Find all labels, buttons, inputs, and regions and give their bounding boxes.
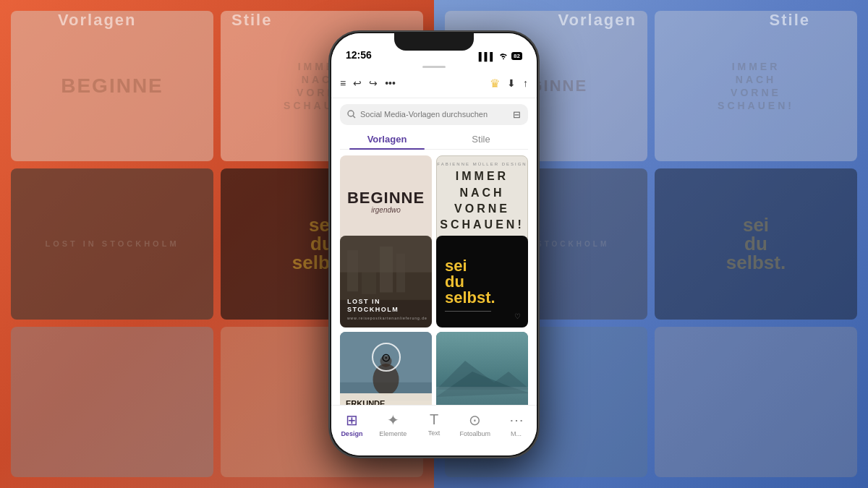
- phone-notch: [394, 33, 474, 51]
- toolbar-left: ≡ ↩ ↪ •••: [340, 77, 396, 89]
- redo-icon[interactable]: ↪: [369, 77, 378, 89]
- text-icon: T: [430, 411, 438, 428]
- fotoalbum-icon: ⊙: [469, 411, 481, 429]
- bg-header-vorlagen-left: Vorlagen: [58, 11, 137, 30]
- search-input[interactable]: [360, 110, 509, 119]
- card-beginne-sub: irgendwo: [371, 206, 401, 214]
- more-nav-icon: ⋯: [509, 411, 524, 429]
- menu-icon[interactable]: ≡: [340, 77, 346, 89]
- elemente-icon: ✦: [387, 411, 399, 429]
- card-erkunde-circle-icon: ⊙: [381, 351, 391, 364]
- template-card-sei[interactable]: sei du selbst. ♡: [436, 236, 528, 328]
- bg-header-stile-left: Stile: [231, 11, 272, 30]
- card-immer-text: IMMER NACH VORNE SCHAUEN!: [440, 168, 524, 234]
- template-card-immer[interactable]: FABIENNE MÜLLER DESIGN IMMER NACH VORNE …: [436, 155, 528, 247]
- more-label: M...: [511, 430, 522, 437]
- download-icon[interactable]: ⬇: [507, 77, 516, 89]
- immer-line3: VORNE: [454, 202, 510, 215]
- phone-container: 12:56 ▌▌▌ 82 ≡ ↩: [329, 31, 539, 458]
- search-icon: [347, 110, 356, 119]
- card-sei-line3: selbst.: [445, 290, 495, 306]
- app-toolbar: ≡ ↩ ↪ ••• ♛ ⬇ ↑: [331, 69, 537, 98]
- immer-line1: IMMER: [456, 170, 509, 182]
- tabs-bar: Vorlagen Stile: [340, 129, 528, 149]
- card-beginne-title: BEGINNE: [347, 189, 425, 207]
- template-grid: BEGINNE irgendwo FABIENNE MÜLLER DESIGN …: [331, 150, 537, 413]
- phone-frame: 12:56 ▌▌▌ 82 ≡ ↩: [329, 31, 539, 458]
- card-lost-content: LOST IN STOCKHOLM www.reisepostkartenanl…: [347, 298, 427, 320]
- design-icon: ⊞: [346, 411, 358, 429]
- share-icon[interactable]: ↑: [523, 77, 528, 89]
- battery-badge: 82: [511, 52, 522, 60]
- wifi-icon: [498, 52, 509, 61]
- filter-icon[interactable]: ⊟: [513, 109, 521, 120]
- undo-icon[interactable]: ↩: [353, 77, 362, 89]
- template-card-beginne[interactable]: BEGINNE irgendwo: [340, 155, 432, 247]
- nav-elemente[interactable]: ✦ Elemente: [377, 411, 409, 437]
- signal-icon: ▌▌▌: [479, 52, 495, 61]
- card-lost-title: LOST IN STOCKHOLM: [347, 298, 427, 314]
- more-icon[interactable]: •••: [385, 77, 396, 89]
- immer-line2: NACH: [459, 187, 504, 199]
- card-sei-heart: ♡: [514, 312, 521, 320]
- nav-fotoalbum[interactable]: ⊙ Fotoalbum: [459, 411, 491, 437]
- template-card-balance[interactable]: FIND YOUR balance: [436, 332, 528, 413]
- card-sei-content: sei du selbst.: [445, 258, 495, 306]
- template-card-lost[interactable]: LOST IN STOCKHOLM www.reisepostkartenanl…: [340, 236, 432, 328]
- card-immer-top: FABIENNE MÜLLER DESIGN: [437, 162, 527, 166]
- tab-vorlagen[interactable]: Vorlagen: [340, 129, 434, 149]
- bg-immer-right: IMMERNACHVORNESCHAUEN!: [718, 60, 794, 113]
- bg-beginne-left: BEGINNE: [61, 74, 163, 98]
- bottom-nav: ⊞ Design ✦ Elemente T Text ⊙ Fotoalbum ⋯: [331, 405, 537, 455]
- design-label: Design: [341, 430, 362, 437]
- status-icons: ▌▌▌ 82: [479, 52, 522, 61]
- svg-rect-6: [362, 257, 376, 294]
- svg-rect-5: [347, 250, 358, 291]
- bg-sei-right: seiduselbst.: [726, 215, 786, 272]
- immer-line4: SCHAUEN!: [440, 218, 524, 231]
- fotoalbum-label: Fotoalbum: [460, 430, 491, 437]
- card-lost-url: www.reisepostkartenanlieferung.de: [347, 316, 427, 320]
- toolbar-handle: [422, 66, 446, 68]
- phone-screen: 12:56 ▌▌▌ 82 ≡ ↩: [331, 33, 537, 455]
- card-erkunde-circle: ⊙: [372, 343, 401, 372]
- svg-rect-8: [396, 254, 405, 292]
- nav-more[interactable]: ⋯ M...: [501, 411, 532, 437]
- bg-header-stile-right: Stile: [770, 11, 810, 30]
- tab-stile[interactable]: Stile: [434, 129, 528, 149]
- text-label: Text: [428, 429, 441, 437]
- nav-design[interactable]: ⊞ Design: [336, 411, 367, 437]
- bg-lost-left: LOST IN STOCKHOLM: [45, 239, 179, 249]
- crown-icon[interactable]: ♛: [490, 77, 500, 90]
- svg-line-1: [353, 116, 355, 118]
- card-balance-bg: [436, 332, 528, 413]
- svg-rect-7: [380, 247, 393, 293]
- status-time: 12:56: [346, 49, 372, 61]
- search-area: ⊟: [331, 98, 537, 125]
- svg-point-0: [348, 111, 354, 116]
- template-card-erkunde[interactable]: ⊙ ERKUNDE DIE WELT!: [340, 332, 432, 413]
- elemente-label: Elemente: [379, 430, 407, 437]
- card-sei-line2: du: [445, 274, 495, 290]
- toolbar-right: ♛ ⬇ ↑: [490, 77, 528, 90]
- nav-text[interactable]: T Text: [418, 411, 450, 437]
- search-bar[interactable]: ⊟: [340, 104, 528, 125]
- bg-header-vorlagen-right: Vorlagen: [558, 11, 637, 30]
- card-sei-underline: [445, 311, 491, 312]
- card-sei-line1: sei: [445, 258, 495, 274]
